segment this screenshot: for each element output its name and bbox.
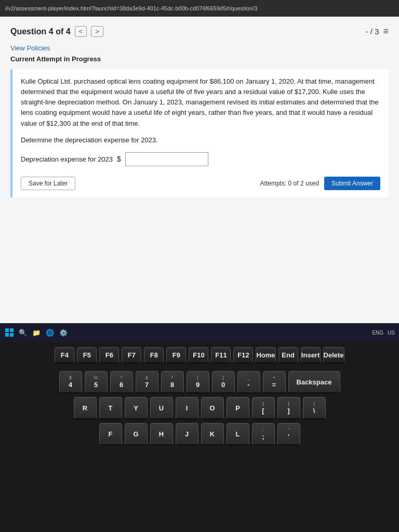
next-question-button[interactable]: > — [91, 26, 103, 37]
key-f9[interactable]: F9 — [166, 347, 186, 364]
fn-key-row: F4 F5 F6 F7 F8 F9 F10 F11 F12 Home End I… — [0, 347, 399, 364]
submit-answer-button[interactable]: Submit Answer — [324, 177, 380, 190]
key-insert[interactable]: Insert — [301, 347, 321, 364]
taskbar-chrome-icon[interactable]: 🌐 — [45, 327, 55, 338]
dollar-sign: $ — [117, 155, 121, 163]
key-p[interactable]: P — [227, 397, 249, 420]
question-card: Kulle Optical Ltd. purchased optical len… — [10, 69, 389, 197]
taskbar: 🔍 📁 🌐 ⚙️ ENG US — [0, 323, 399, 342]
browser-bar: i/v2/assessment-player/index.html?launch… — [0, 0, 399, 17]
key-equals[interactable]: += — [263, 371, 286, 394]
number-key-row: $4 %5 ^6 &7 *8 (9 )0 _- += Backspace — [0, 371, 399, 394]
taskbar-lang: ENG — [372, 330, 383, 336]
save-for-later-button[interactable]: Save for Later — [21, 177, 75, 190]
search-icon[interactable]: 🔍 — [18, 327, 28, 338]
header-row: Question 4 of 4 < > - / 3 ≡ — [10, 22, 389, 41]
key-8[interactable]: *8 — [161, 371, 184, 394]
key-r[interactable]: R — [74, 397, 97, 420]
attempts-area: Attempts: 0 of 2 used Submit Answer — [260, 177, 380, 190]
key-k[interactable]: K — [201, 423, 224, 446]
svg-rect-0 — [5, 328, 9, 332]
score-display: - / 3 — [366, 27, 379, 36]
key-7[interactable]: &7 — [136, 371, 158, 394]
key-close-bracket[interactable]: }] — [277, 397, 300, 420]
question-nav: Question 4 of 4 < > — [10, 26, 103, 37]
key-l[interactable]: L — [227, 423, 249, 446]
key-backslash[interactable]: |\ — [303, 397, 326, 420]
taskbar-explorer-icon[interactable]: 📁 — [31, 327, 42, 338]
question-label: Question 4 of 4 — [10, 27, 71, 36]
top-alpha-row: R T Y U I O P {[ }] |\ — [0, 397, 399, 420]
key-open-bracket[interactable]: {[ — [252, 397, 275, 420]
key-h[interactable]: H — [150, 423, 173, 446]
key-t[interactable]: T — [99, 397, 122, 420]
key-f12[interactable]: F12 — [233, 347, 253, 364]
key-end[interactable]: End — [278, 347, 298, 364]
browser-url: i/v2/assessment-player/index.html?launch… — [5, 5, 257, 11]
svg-rect-3 — [10, 333, 14, 337]
key-f5[interactable]: F5 — [77, 347, 97, 364]
key-quote[interactable]: "' — [277, 423, 300, 446]
key-u[interactable]: U — [150, 397, 173, 420]
key-5[interactable]: %5 — [85, 371, 108, 394]
key-home[interactable]: Home — [256, 347, 275, 364]
sub-question-text: Determine the depreciation expense for 2… — [21, 136, 380, 144]
question-body: Kulle Optical Ltd. purchased optical len… — [21, 76, 380, 129]
home-row: F G H J K L :; "' — [0, 423, 399, 446]
taskbar-region: US — [388, 330, 395, 336]
key-f7[interactable]: F7 — [122, 347, 141, 364]
key-y[interactable]: Y — [125, 397, 148, 420]
view-policies-link[interactable]: View Policies — [10, 44, 50, 52]
depreciation-input[interactable] — [125, 152, 208, 166]
taskbar-gear-icon[interactable]: ⚙️ — [58, 327, 69, 338]
answer-label: Depreciation expense for 2023 — [21, 155, 113, 163]
score-area: - / 3 ≡ — [366, 26, 389, 37]
key-f4[interactable]: F4 — [55, 347, 74, 364]
key-backspace[interactable]: Backspace — [288, 371, 340, 394]
key-i[interactable]: I — [176, 397, 198, 420]
key-f8[interactable]: F8 — [144, 347, 164, 364]
attempts-text: Attempts: 0 of 2 used — [260, 180, 319, 187]
svg-rect-1 — [10, 328, 14, 332]
taskbar-right: ENG US — [372, 330, 395, 336]
key-4[interactable]: $4 — [59, 371, 82, 394]
menu-icon[interactable]: ≡ — [383, 26, 389, 37]
windows-start-icon[interactable] — [4, 327, 15, 338]
page-content: Question 4 of 4 < > - / 3 ≡ View Policie… — [0, 17, 399, 323]
key-0[interactable]: )0 — [212, 371, 235, 394]
key-delete[interactable]: Delete — [323, 347, 344, 364]
answer-row: Depreciation expense for 2023 $ — [21, 152, 380, 166]
keyboard-area: F4 F5 F6 F7 F8 F9 F10 F11 F12 Home End I… — [0, 342, 399, 532]
svg-rect-2 — [5, 333, 9, 337]
key-o[interactable]: O — [201, 397, 224, 420]
key-f[interactable]: F — [99, 423, 122, 446]
key-9[interactable]: (9 — [187, 371, 209, 394]
prev-question-button[interactable]: < — [75, 26, 87, 37]
key-g[interactable]: G — [125, 423, 148, 446]
key-j[interactable]: J — [176, 423, 198, 446]
key-f6[interactable]: F6 — [99, 347, 119, 364]
action-row: Save for Later Attempts: 0 of 2 used Sub… — [21, 177, 380, 190]
current-attempt-label: Current Attempt in Progress — [10, 55, 389, 63]
key-minus[interactable]: _- — [237, 371, 260, 394]
key-f11[interactable]: F11 — [211, 347, 231, 364]
key-semicolon[interactable]: :; — [252, 423, 275, 446]
key-f10[interactable]: F10 — [189, 347, 208, 364]
key-6[interactable]: ^6 — [110, 371, 133, 394]
